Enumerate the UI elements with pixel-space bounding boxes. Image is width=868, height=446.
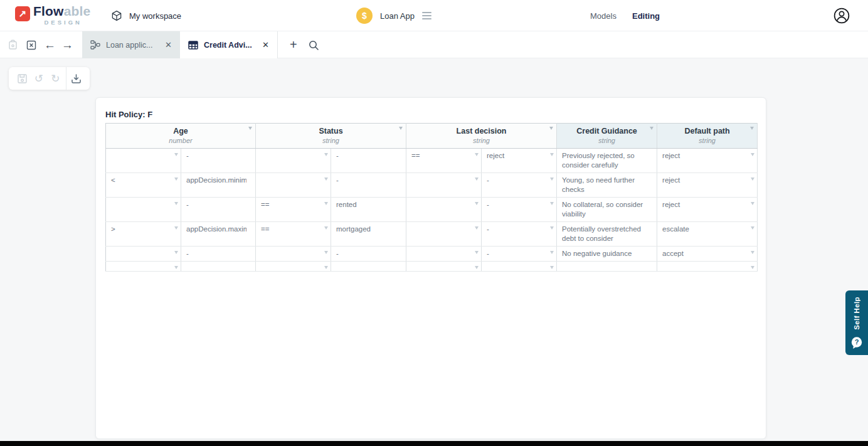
cell-last-decision-value[interactable]: reject <box>482 149 557 173</box>
column-header-credit-guidance[interactable]: Credit Guidance string <box>557 124 657 149</box>
cell-credit-guidance[interactable]: No negative guidance <box>557 247 657 262</box>
cell-age-operator[interactable] <box>106 149 181 173</box>
cell-last-decision-operator[interactable] <box>406 247 482 262</box>
cell-status-operator[interactable]: == <box>256 222 331 247</box>
filter-dropdown-icon[interactable] <box>475 202 479 205</box>
filter-dropdown-icon[interactable] <box>324 251 328 254</box>
close-tab-icon[interactable]: ✕ <box>262 41 269 49</box>
filter-dropdown-icon[interactable] <box>550 251 554 254</box>
cell-status-operator[interactable] <box>256 149 331 173</box>
cell-age-value[interactable]: - <box>181 149 256 173</box>
filter-dropdown-icon[interactable] <box>550 178 554 181</box>
column-header-last-decision[interactable]: Last decision string <box>406 124 557 149</box>
filter-dropdown-icon[interactable] <box>751 202 754 205</box>
cell-last-decision-operator[interactable]: == <box>406 149 482 173</box>
cell-status-value[interactable]: - <box>331 149 406 173</box>
close-tab-icon[interactable]: ✕ <box>165 41 172 49</box>
nav-editing[interactable]: Editing <box>632 0 660 31</box>
cell-status-operator[interactable] <box>256 262 331 272</box>
cell-age-operator[interactable] <box>106 198 181 222</box>
cell-age-operator[interactable] <box>106 247 181 262</box>
filter-dropdown-icon[interactable] <box>174 153 178 156</box>
tab-credit-advice[interactable]: Credit Advi... ✕ <box>180 31 278 58</box>
forward-icon[interactable]: → <box>61 31 73 58</box>
cell-last-decision-value[interactable]: - <box>482 222 557 247</box>
filter-dropdown-icon[interactable] <box>751 153 754 156</box>
self-help-tab[interactable]: Self Help ? <box>845 290 868 355</box>
cell-default-path[interactable]: reject <box>657 149 758 173</box>
cell-status-value[interactable] <box>331 262 406 272</box>
filter-dropdown-icon[interactable] <box>174 178 178 181</box>
deploy-icon[interactable] <box>68 67 85 90</box>
filter-dropdown-icon[interactable] <box>324 266 328 269</box>
back-icon[interactable]: ← <box>44 31 56 58</box>
filter-dropdown-icon[interactable] <box>174 202 178 205</box>
cell-age-value[interactable]: - <box>181 198 256 222</box>
filter-dropdown-icon[interactable] <box>174 226 178 230</box>
undo-icon[interactable]: ↺ <box>31 67 48 90</box>
cell-age-operator[interactable] <box>106 262 181 272</box>
cell-last-decision-operator[interactable] <box>406 198 482 222</box>
add-tab-icon[interactable]: + <box>290 31 297 58</box>
copy-model-icon[interactable] <box>8 31 18 58</box>
cell-last-decision-value[interactable] <box>482 262 557 272</box>
cell-last-decision-value[interactable]: - <box>482 173 557 198</box>
filter-dropdown-icon[interactable] <box>751 178 754 181</box>
workspace-selector[interactable]: My workspace <box>110 0 181 31</box>
cell-default-path[interactable]: reject <box>657 198 758 222</box>
cell-default-path[interactable]: reject <box>657 173 758 198</box>
filter-dropdown-icon[interactable] <box>751 226 754 230</box>
redo-icon[interactable]: ↻ <box>47 67 64 90</box>
column-header-status[interactable]: Status string <box>256 124 406 149</box>
tab-loan-application[interactable]: Loan applic... ✕ <box>82 31 180 58</box>
filter-dropdown-icon[interactable] <box>750 127 754 130</box>
cell-last-decision-value[interactable]: - <box>482 198 557 222</box>
filter-dropdown-icon[interactable] <box>475 178 479 181</box>
filter-dropdown-icon[interactable] <box>475 266 479 269</box>
cell-age-operator[interactable]: > <box>106 222 181 247</box>
cell-credit-guidance[interactable]: No collateral, so consider viability <box>557 198 657 222</box>
cell-last-decision-operator[interactable] <box>406 262 482 272</box>
cell-age-value[interactable]: appDecision.maximum <box>181 222 256 247</box>
filter-dropdown-icon[interactable] <box>324 153 328 156</box>
cell-status-value[interactable]: - <box>331 173 406 198</box>
cell-status-operator[interactable]: == <box>256 198 331 222</box>
cell-credit-guidance[interactable] <box>557 262 657 272</box>
filter-dropdown-icon[interactable] <box>550 266 554 269</box>
cell-credit-guidance[interactable]: Young, so need further checks <box>557 173 657 198</box>
column-header-age[interactable]: Age number <box>106 124 256 149</box>
cell-age-value[interactable]: appDecision.minimum <box>181 173 256 198</box>
save-icon[interactable] <box>14 67 31 90</box>
app-menu-icon[interactable] <box>422 9 431 22</box>
cell-status-value[interactable]: - <box>331 247 406 262</box>
cell-credit-guidance[interactable]: Potentially overstretched debt to consid… <box>557 222 657 247</box>
cell-age-operator[interactable]: < <box>106 173 181 198</box>
filter-dropdown-icon[interactable] <box>475 226 479 230</box>
current-app[interactable]: $ Loan App <box>356 0 431 31</box>
cell-status-value[interactable]: rented <box>331 198 406 222</box>
filter-dropdown-icon[interactable] <box>550 153 554 156</box>
filter-dropdown-icon[interactable] <box>550 226 554 230</box>
cell-last-decision-value[interactable]: - <box>482 247 557 262</box>
cell-status-value[interactable]: mortgaged <box>331 222 406 247</box>
filter-dropdown-icon[interactable] <box>549 127 553 130</box>
filter-dropdown-icon[interactable] <box>550 202 554 205</box>
cell-default-path[interactable] <box>657 262 758 272</box>
cell-default-path[interactable]: accept <box>657 247 758 262</box>
search-icon[interactable] <box>308 31 319 58</box>
cell-age-value[interactable]: - <box>181 247 256 262</box>
nav-models[interactable]: Models <box>590 0 617 31</box>
filter-dropdown-icon[interactable] <box>174 266 178 269</box>
filter-dropdown-icon[interactable] <box>324 226 328 230</box>
cell-credit-guidance[interactable]: Previously rejected, so consider careful… <box>557 149 657 173</box>
filter-dropdown-icon[interactable] <box>174 251 178 254</box>
filter-dropdown-icon[interactable] <box>650 127 654 130</box>
filter-dropdown-icon[interactable] <box>324 178 328 181</box>
filter-dropdown-icon[interactable] <box>248 127 252 130</box>
filter-dropdown-icon[interactable] <box>751 266 754 269</box>
filter-dropdown-icon[interactable] <box>751 251 754 254</box>
filter-dropdown-icon[interactable] <box>399 127 403 130</box>
column-header-default-path[interactable]: Default path string <box>657 124 758 149</box>
user-avatar-icon[interactable] <box>833 7 850 24</box>
filter-dropdown-icon[interactable] <box>475 251 479 254</box>
